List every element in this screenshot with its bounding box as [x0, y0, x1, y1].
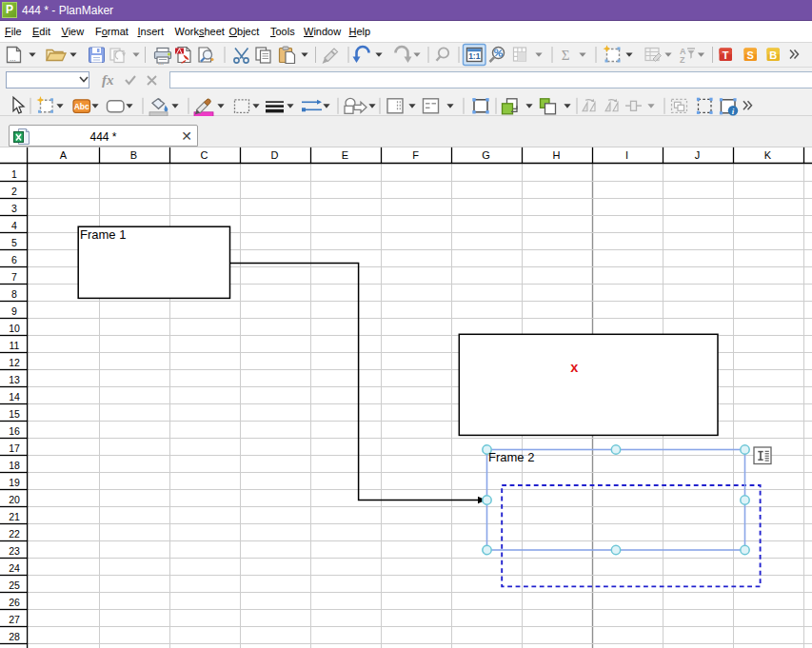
- svg-text:17: 17: [9, 442, 20, 454]
- svg-text:24: 24: [9, 562, 20, 574]
- svg-text:23: 23: [9, 545, 20, 557]
- svg-text:A: A: [60, 149, 68, 161]
- svg-text:16: 16: [9, 425, 20, 437]
- svg-text:21: 21: [9, 511, 20, 522]
- svg-text:Frame 1: Frame 1: [80, 227, 126, 242]
- svg-text:Frame 2: Frame 2: [488, 450, 534, 464]
- svg-text:6: 6: [11, 254, 17, 265]
- svg-text:1: 1: [11, 168, 17, 180]
- svg-text:E: E: [342, 149, 348, 161]
- svg-text:26: 26: [9, 597, 20, 608]
- svg-text:G: G: [482, 149, 490, 161]
- svg-text:D: D: [271, 149, 279, 161]
- svg-text:K: K: [764, 149, 772, 161]
- svg-text:14: 14: [9, 391, 20, 403]
- svg-text:9: 9: [11, 305, 17, 317]
- svg-text:J: J: [695, 149, 701, 161]
- svg-text:1:1: 1:1: [468, 51, 481, 61]
- svg-text:12: 12: [9, 357, 20, 368]
- svg-text:15: 15: [9, 408, 20, 420]
- svg-text:4: 4: [11, 220, 17, 231]
- svg-text:B: B: [769, 49, 777, 61]
- svg-text:A: A: [680, 47, 686, 56]
- svg-text:x: x: [570, 360, 578, 375]
- svg-text:B: B: [130, 149, 137, 161]
- svg-text:...: ...: [158, 59, 164, 66]
- svg-text:13: 13: [9, 374, 20, 385]
- svg-text:Z: Z: [680, 55, 685, 65]
- svg-text:F: F: [412, 149, 419, 161]
- svg-text:20: 20: [9, 494, 20, 505]
- svg-text:19: 19: [9, 477, 20, 488]
- svg-text:18: 18: [9, 460, 20, 471]
- svg-text:T: T: [723, 49, 729, 61]
- svg-text:22: 22: [9, 528, 20, 540]
- svg-text:25: 25: [9, 579, 20, 591]
- svg-text:I: I: [625, 149, 628, 161]
- svg-text:11: 11: [10, 340, 20, 351]
- svg-text:C: C: [201, 149, 208, 161]
- svg-text:5: 5: [11, 237, 17, 248]
- svg-text:27: 27: [9, 614, 20, 625]
- svg-text:fx: fx: [102, 72, 114, 88]
- svg-text:Abc: Abc: [74, 102, 89, 111]
- svg-text:H: H: [553, 149, 561, 161]
- svg-text:3: 3: [11, 203, 17, 214]
- svg-text:...: ...: [10, 54, 16, 63]
- svg-text:Σ: Σ: [562, 48, 570, 63]
- svg-text:28: 28: [9, 631, 20, 642]
- svg-text:2: 2: [11, 186, 17, 197]
- svg-text:10: 10: [9, 323, 20, 334]
- svg-text:7: 7: [11, 271, 17, 283]
- svg-text:8: 8: [11, 288, 17, 300]
- svg-text:S: S: [747, 49, 754, 61]
